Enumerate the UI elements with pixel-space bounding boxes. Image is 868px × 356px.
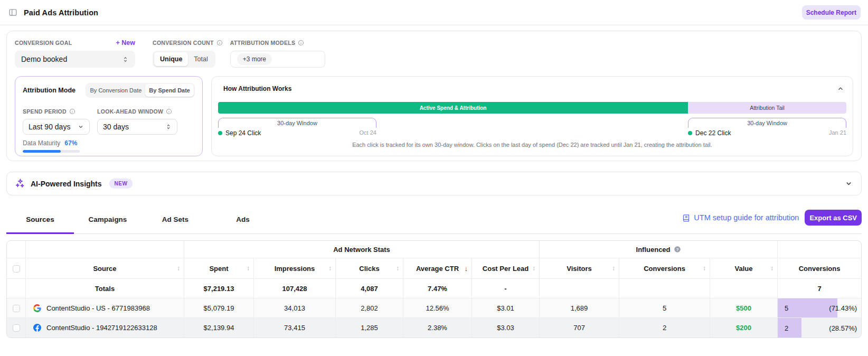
book-icon xyxy=(682,214,690,222)
new-badge: NEW xyxy=(109,179,133,189)
conversion-count-group: CONVERSION COUNT Unique Total xyxy=(153,39,223,68)
active-spend-bar: Active Spend & Attribution xyxy=(218,102,688,114)
attribution-models-group: ATTRIBUTION MODELS +3 more xyxy=(230,39,325,68)
timeline-caption: Each click is tracked for its own 30-day… xyxy=(218,142,846,148)
conversion-goal-group: CONVERSION GOAL + New Demo booked xyxy=(15,39,135,68)
look-ahead-label: LOOK-AHEAD WINDOW xyxy=(97,107,177,116)
stepper-chevrons-icon xyxy=(165,124,172,130)
green-dot-icon xyxy=(218,131,222,135)
data-maturity: Data Maturity 67% xyxy=(23,139,195,153)
facebook-ads-icon xyxy=(33,324,41,332)
group-ad-network-stats: Ad Network Stats xyxy=(184,241,540,258)
col-source[interactable]: Source↕ xyxy=(26,258,184,279)
table-row[interactable]: ContentStudio - US - 6771983968 $5,079.1… xyxy=(7,298,861,318)
source-name: ContentStudio - US - 6771983968 xyxy=(46,304,150,312)
col-average-ctr[interactable]: Average CTR↓ xyxy=(403,258,472,279)
totals-row: Totals $7,219.13 107,428 4,087 7.47% - 7 xyxy=(7,279,861,298)
col-conversions-share[interactable]: Conversions xyxy=(778,258,861,279)
data-maturity-bar xyxy=(23,150,80,153)
count-option-unique[interactable]: Unique xyxy=(154,52,188,66)
count-option-total[interactable]: Total xyxy=(188,52,213,66)
col-spent[interactable]: Spent↕ xyxy=(184,258,254,279)
select-all-checkbox[interactable] xyxy=(13,265,20,273)
table-tabs-row: Sources Campaigns Ad Sets Ads UTM setup … xyxy=(6,195,862,234)
attribution-models-label: ATTRIBUTION MODELS xyxy=(230,39,325,47)
conversion-goal-label: CONVERSION GOAL xyxy=(15,39,72,47)
utm-setup-link[interactable]: UTM setup guide for attribution xyxy=(682,213,799,222)
info-icon xyxy=(69,108,76,115)
sort-icon: ↕ xyxy=(247,265,250,272)
expand-chevron-down-icon[interactable] xyxy=(845,180,853,188)
ai-insights-title: AI-Powered Insights xyxy=(31,180,102,188)
col-clicks[interactable]: Clicks↕ xyxy=(336,258,403,279)
col-value[interactable]: Value↕ xyxy=(710,258,778,279)
click-marker-1: Sep 24 Click xyxy=(218,129,261,137)
conversions-share-cell: 5 (71.43%) xyxy=(778,298,861,318)
col-cost-per-lead[interactable]: Cost Per Lead↕ xyxy=(472,258,540,279)
source-name: ContentStudio - 1942719122633128 xyxy=(46,324,157,332)
sort-desc-icon: ↓ xyxy=(465,265,468,273)
group-influenced: Influenced ? xyxy=(540,241,778,258)
sort-icon: ↕ xyxy=(770,265,773,272)
tab-sources[interactable]: Sources xyxy=(6,210,74,233)
share-bar xyxy=(778,318,801,338)
schedule-report-button[interactable]: Schedule Report xyxy=(802,5,861,20)
top-bar: Paid Ads Attribution Schedule Report xyxy=(0,0,868,25)
window2-end-date: Jan 21 xyxy=(829,129,846,136)
table-row[interactable]: ContentStudio - 1942719122633128 $2,139.… xyxy=(7,318,861,338)
panel-toggle-icon[interactable] xyxy=(8,8,17,17)
select-chevrons-icon xyxy=(122,56,129,63)
collapse-chevron-up-icon[interactable] xyxy=(837,85,844,92)
ai-insights-bar[interactable]: AI-Powered Insights NEW xyxy=(6,172,862,195)
spend-period-label: SPEND PERIOD xyxy=(23,107,90,116)
window1-end-date: Oct 24 xyxy=(359,129,376,136)
sort-icon: ↕ xyxy=(396,265,399,272)
window-bracket-1: 30-day Window xyxy=(218,118,376,128)
table-column-header: Source↕ Spent↕ Impressions↕ Clicks↕ Aver… xyxy=(7,258,861,279)
attribution-models-select[interactable]: +3 more xyxy=(230,51,325,68)
click-marker-2: Dec 22 Click xyxy=(688,129,731,137)
look-ahead-value: 30 days xyxy=(103,123,165,131)
chevron-down-icon xyxy=(78,124,84,130)
sort-icon: ↕ xyxy=(703,265,706,272)
how-attribution-works-card: How Attribution Works Active Spend & Att… xyxy=(211,76,853,156)
col-impressions[interactable]: Impressions↕ xyxy=(254,258,336,279)
sources-table: Ad Network Stats Influenced ? Source↕ Sp… xyxy=(6,240,862,338)
svg-text:?: ? xyxy=(676,247,678,252)
green-dot-icon xyxy=(688,131,692,135)
sort-icon: ↕ xyxy=(328,265,332,272)
conversion-goal-select[interactable]: Demo booked xyxy=(15,51,135,68)
totals-label: Totals xyxy=(26,279,184,298)
info-icon xyxy=(216,40,223,46)
conversion-count-label: CONVERSION COUNT xyxy=(153,39,223,47)
spend-period-value: Last 90 days xyxy=(29,123,70,131)
spend-period-group: SPEND PERIOD Last 90 days xyxy=(23,107,90,135)
tab-ad-sets[interactable]: Ad Sets xyxy=(141,210,209,233)
mode-by-conversion-date[interactable]: By Conversion Date xyxy=(87,84,146,97)
look-ahead-input[interactable]: 30 days xyxy=(97,119,177,135)
row-checkbox[interactable] xyxy=(13,305,20,312)
page-title: Paid Ads Attribution xyxy=(24,8,98,17)
row-checkbox[interactable] xyxy=(13,324,20,332)
attribution-settings-panel: CONVERSION GOAL + New Demo booked CONVER… xyxy=(6,31,862,161)
help-icon[interactable]: ? xyxy=(674,246,681,253)
table-group-header: Ad Network Stats Influenced ? xyxy=(7,241,861,258)
attribution-mode-card: Attribution Mode By Conversion Date By S… xyxy=(15,76,203,156)
export-csv-button[interactable]: Export as CSV xyxy=(805,210,862,226)
col-visitors[interactable]: Visitors↕ xyxy=(540,258,619,279)
window-bracket-2: 30-day Window xyxy=(688,118,846,128)
attribution-mode-title: Attribution Mode xyxy=(23,87,76,94)
new-goal-link[interactable]: + New xyxy=(116,39,135,46)
attribution-mode-toggle: By Conversion Date By Spend Date xyxy=(86,83,195,98)
mode-by-spend-date[interactable]: By Spend Date xyxy=(145,84,194,97)
tab-campaigns[interactable]: Campaigns xyxy=(74,210,141,233)
info-icon xyxy=(166,108,172,115)
col-conversions[interactable]: Conversions↕ xyxy=(619,258,710,279)
attribution-timeline: Active Spend & Attribution Attribution T… xyxy=(218,102,846,148)
spend-period-select[interactable]: Last 90 days xyxy=(23,119,90,135)
data-maturity-value: 67% xyxy=(64,139,77,147)
sort-icon: ↕ xyxy=(612,265,615,272)
data-maturity-label: Data Maturity xyxy=(23,139,60,147)
sort-icon: ↕ xyxy=(177,265,180,272)
tab-ads[interactable]: Ads xyxy=(209,210,277,233)
